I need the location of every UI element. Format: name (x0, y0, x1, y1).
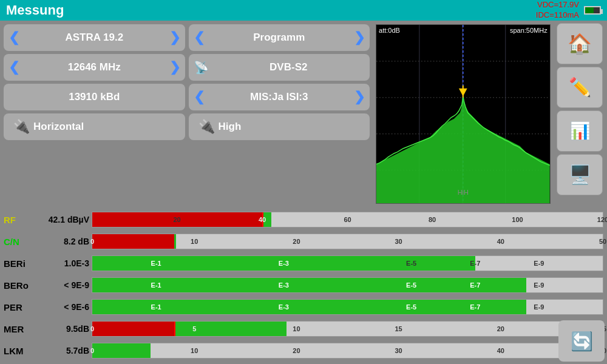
lnb-icon-band: 🔌 (198, 119, 215, 135)
frequency-selector[interactable]: ❮ 12646 MHz ❯ (4, 54, 185, 81)
program-prev-btn[interactable]: ❮ (194, 31, 205, 44)
band-display: 🔌 High (189, 113, 370, 140)
cn-tick-30: 30 (395, 238, 402, 245)
monitor-icon: 🖥️ (569, 164, 591, 185)
monitor-button[interactable]: 🖥️ (557, 154, 603, 195)
beri-tick-e1: E-1 (151, 260, 161, 267)
vdc-label: VDC=17.9V (537, 0, 579, 9)
satellite-selector[interactable]: ❮ ASTRA 19.2 ❯ (4, 24, 185, 51)
cn-value: 8.2 dB (37, 237, 92, 246)
bero-value: < 9E-9 (37, 280, 92, 290)
bero-tick-e3: E-3 (279, 281, 289, 289)
battery-body (584, 6, 601, 15)
sat-dish-icon: 📡 (194, 60, 209, 75)
rf-bar: 20 40 60 80 100 120 (92, 212, 603, 228)
mis-prev-btn[interactable]: ❮ (194, 90, 205, 104)
per-tick-e5: E-5 (406, 303, 416, 311)
cn-label: C/N (4, 237, 37, 247)
lkm-row: LKM 5.7dB 0 10 20 30 40 50 (4, 340, 603, 361)
power-info: VDC=17.9V IDC=110mA (536, 0, 579, 21)
right-sidebar: 🏠 ✏️ 📊 🖥️ (553, 21, 607, 208)
bero-bar: E-1 E-3 E-5 E-7 E-9 (92, 277, 603, 293)
beri-label: BERi (4, 258, 37, 269)
home-button[interactable]: 🏠 (557, 23, 603, 64)
cn-tick-50: 50 (599, 238, 606, 245)
span-label: span:50MHz (510, 27, 548, 34)
cn-tick-20: 20 (293, 238, 300, 245)
mer-label: MER (4, 324, 37, 334)
controls-area: ❮ ASTRA 19.2 ❯ ❮ Programm ❯ ❮ 12646 MHz … (0, 21, 373, 208)
row-freq-dvb: ❮ 12646 MHz ❯ 📡 DVB-S2 (4, 54, 370, 81)
satellite-next-btn[interactable]: ❯ (169, 31, 180, 44)
per-tick-e1: E-1 (151, 303, 161, 311)
symbolrate-display: 13910 kBd (4, 84, 185, 110)
mis-selector[interactable]: ❮ MIS:Ja ISI:3 ❯ (189, 84, 370, 110)
chart-icon: 📊 (569, 121, 591, 141)
lnb-icon-pol: 🔌 (13, 119, 30, 135)
mer-tick-20: 20 (497, 325, 504, 332)
per-tick-e3: E-3 (279, 303, 289, 311)
lkm-bar-green (92, 343, 151, 358)
title-bar: Messung VDC=17.9V IDC=110mA (0, 0, 607, 21)
program-next-btn[interactable]: ❯ (354, 31, 365, 44)
mer-tick-10: 10 (293, 325, 300, 332)
rf-tick-20: 20 (173, 216, 180, 223)
satellite-prev-btn[interactable]: ❮ (8, 31, 19, 44)
per-value: < 9E-6 (37, 302, 92, 312)
mer-bar: 0 5 10 15 20 25 (92, 321, 603, 337)
lkm-tick-30: 30 (395, 347, 402, 354)
lkm-tick-20: 20 (293, 347, 300, 354)
frequency-label: 12646 MHz (19, 61, 169, 73)
symbolrate-label: 13910 kBd (69, 91, 120, 103)
mer-tick-0: 0 (90, 325, 94, 332)
beri-value: 1.0E-3 (37, 258, 92, 268)
per-tick-e7: E-7 (470, 303, 480, 311)
rotate-button[interactable]: 🔄 (558, 320, 605, 362)
lkm-tick-0: 0 (90, 347, 94, 354)
rf-tick-80: 80 (429, 216, 436, 223)
bero-tick-e5: E-5 (406, 281, 416, 289)
beri-tick-e5: E-5 (406, 260, 416, 267)
lkm-label: LKM (4, 346, 37, 356)
cn-tick-10: 10 (191, 238, 198, 245)
per-bar: E-1 E-3 E-5 E-7 E-9 (92, 299, 603, 315)
rotate-icon: 🔄 (571, 331, 593, 352)
polarization-label: Horizontal (33, 121, 84, 133)
bero-tick-e1: E-1 (151, 281, 161, 289)
mis-next-btn[interactable]: ❯ (354, 90, 365, 104)
row-satellite-program: ❮ ASTRA 19.2 ❯ ❮ Programm ❯ (4, 24, 370, 51)
cn-bar-green (174, 234, 176, 249)
rf-tick-100: 100 (512, 216, 523, 223)
battery-indicator (584, 6, 601, 15)
freq-next-btn[interactable]: ❯ (169, 61, 180, 74)
hih-label: HiH (458, 189, 469, 196)
mis-label: MIS:Ja ISI:3 (205, 91, 354, 103)
att-label: att:0dB (379, 27, 400, 34)
cn-row: C/N 8.2 dB 0 10 20 30 40 50 (4, 231, 603, 252)
rf-row: RF 42.1 dBµV 20 40 60 80 100 120 (4, 209, 603, 230)
cn-tick-40: 40 (497, 238, 504, 245)
per-row: PER < 9E-6 E-1 E-3 E-5 E-7 E-9 (4, 297, 603, 317)
bero-row: BERo < 9E-9 E-1 E-3 E-5 E-7 E-9 (4, 275, 603, 295)
per-tick-e9: E-9 (534, 303, 544, 311)
beri-bar: E-1 E-3 E-5 E-7 E-9 (92, 255, 603, 271)
edit-button[interactable]: ✏️ (557, 67, 603, 108)
home-icon: 🏠 (568, 32, 592, 55)
satellite-label: ASTRA 19.2 (19, 32, 169, 44)
rf-label: RF (4, 215, 37, 225)
mer-bar-red (92, 322, 174, 336)
program-selector[interactable]: ❮ Programm ❯ (189, 24, 370, 51)
edit-icon: ✏️ (569, 76, 591, 98)
lkm-tick-40: 40 (497, 347, 504, 354)
mer-tick-15: 15 (395, 325, 402, 332)
freq-prev-btn[interactable]: ❮ (8, 61, 19, 74)
rf-tick-120: 120 (597, 216, 607, 223)
lkm-value: 5.7dB (37, 346, 92, 356)
cn-bar: 0 10 20 30 40 50 (92, 234, 603, 249)
spectrum-button[interactable]: 📊 (557, 110, 603, 152)
measurement-area: RF 42.1 dBµV 20 40 60 80 100 120 C/N 8.2 (0, 207, 607, 364)
rf-tick-60: 60 (344, 216, 351, 223)
battery-fill (585, 7, 594, 13)
dvb-selector[interactable]: 📡 DVB-S2 (189, 54, 370, 81)
band-label: High (219, 121, 242, 133)
